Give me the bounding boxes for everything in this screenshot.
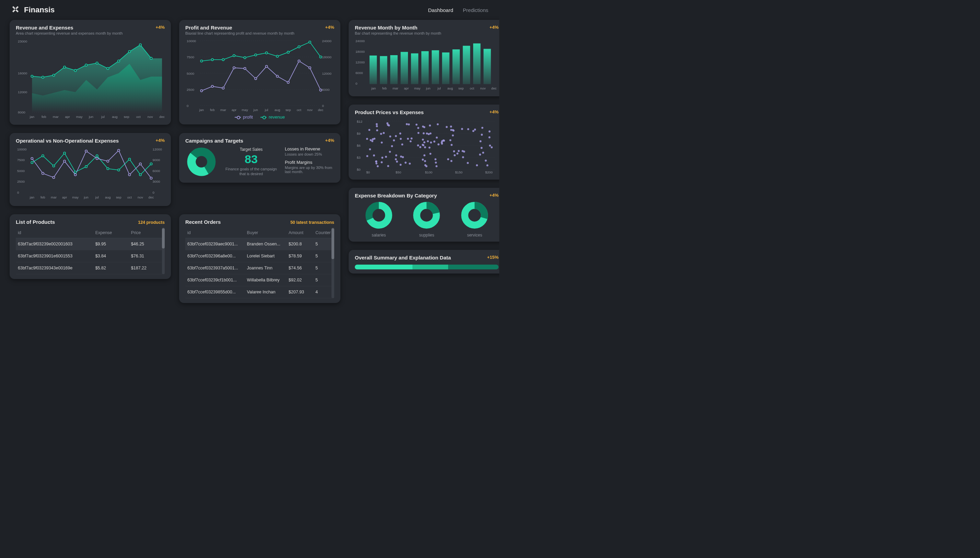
svg-text:nov: nov: [148, 115, 153, 118]
svg-text:sep: sep: [124, 115, 129, 118]
card-scatter: Product Prices vs Expenses +4% $12$9$6$3…: [349, 105, 499, 180]
svg-text:may: may: [242, 108, 248, 112]
nav-predictions[interactable]: Predictions: [463, 7, 488, 13]
table-row[interactable]: 63bf7ccef03239cf1b001...Willabella Bilbr…: [185, 274, 334, 286]
svg-point-18: [128, 50, 130, 53]
svg-text:may: may: [72, 195, 79, 199]
delta-badge: +15%: [487, 255, 499, 260]
svg-point-134: [450, 125, 452, 128]
svg-point-240: [428, 133, 430, 135]
svg-point-238: [481, 147, 483, 149]
svg-point-53: [255, 54, 257, 56]
table-row[interactable]: 63bf7ac9f03239343e00169e$5.82$187.22: [16, 262, 165, 274]
svg-point-285: [118, 149, 120, 151]
svg-point-189: [401, 143, 403, 145]
svg-point-242: [408, 123, 410, 125]
card-expense-breakdown: Expense Breakdown By Category +4% salari…: [349, 188, 499, 242]
svg-point-143: [452, 135, 454, 136]
svg-text:0: 0: [322, 104, 324, 108]
svg-point-228: [391, 145, 393, 147]
svg-point-221: [462, 156, 464, 158]
svg-text:nov: nov: [307, 108, 313, 112]
svg-text:8000: 8000: [18, 110, 25, 114]
card-summary: Overall Summary and Explanation Data +15…: [349, 250, 499, 274]
cell-amount: $207.93: [287, 286, 313, 298]
card-title: Campaigns and Targets: [185, 138, 243, 144]
cell-amount: $92.02: [287, 274, 313, 286]
nav-dashboard[interactable]: Dashboard: [428, 7, 453, 13]
svg-text:12000: 12000: [322, 72, 331, 75]
table-row[interactable]: 63bf7ccef03239aec9001...Branden Ossen...…: [185, 238, 334, 250]
svg-point-157: [453, 150, 455, 152]
svg-point-10: [42, 76, 44, 78]
svg-point-9: [31, 75, 33, 77]
svg-point-140: [381, 141, 383, 144]
cell-buyer: Valaree Inchan: [245, 286, 287, 298]
top-bar: Finansis Dashboard Predictions: [0, 0, 499, 18]
card-orders: Recent Orders 50 latest transactions id …: [179, 214, 340, 303]
svg-text:23000: 23000: [18, 39, 28, 43]
svg-point-205: [369, 148, 371, 151]
svg-text:sep: sep: [285, 108, 291, 112]
svg-text:$0: $0: [366, 170, 370, 174]
svg-point-133: [402, 156, 404, 158]
table-row[interactable]: 63bf7ac9f0323901e6001553$3.84$76.31: [16, 250, 165, 262]
svg-point-166: [485, 160, 487, 162]
table-row[interactable]: 63bf7ac9f03239e002001603$9.95$46.25: [16, 238, 165, 250]
svg-point-209: [380, 161, 382, 163]
svg-text:oct: oct: [136, 115, 141, 118]
svg-text:aug: aug: [112, 115, 117, 118]
svg-point-196: [427, 140, 429, 142]
svg-point-191: [395, 135, 397, 137]
svg-point-148: [410, 138, 412, 140]
svg-point-226: [450, 129, 452, 131]
table-row[interactable]: 63bf7ccef03239855d00...Valaree Inchan$20…: [185, 286, 334, 298]
cell-counter: 5: [313, 262, 334, 274]
area-chart: 2300016000120008000 janfebmaraprmayjunju…: [16, 37, 165, 118]
svg-text:mar: mar: [53, 115, 59, 118]
svg-text:12000: 12000: [18, 90, 28, 94]
svg-point-225: [425, 165, 428, 167]
svg-text:nov: nov: [480, 86, 486, 90]
svg-point-278: [42, 172, 44, 174]
card-subtitle: Biaxial line chart representing profit a…: [185, 31, 295, 35]
scrollbar[interactable]: [331, 228, 334, 298]
svg-point-57: [298, 46, 300, 48]
svg-point-178: [381, 157, 383, 159]
svg-rect-95: [432, 50, 439, 84]
card-revenue-expenses: Revenue and Expenses Area chart represen…: [10, 20, 171, 125]
svg-point-168: [437, 123, 439, 125]
svg-point-207: [435, 161, 437, 164]
cell-id: 63bf7ac9f03239343e00169e: [16, 262, 93, 274]
svg-point-203: [376, 125, 378, 127]
scatter-chart: $12$9$6$3$0 $0$50$100$150$200: [355, 117, 499, 174]
scrollbar[interactable]: [162, 228, 165, 274]
svg-point-162: [399, 133, 402, 135]
cell-amount: $74.56: [287, 262, 313, 274]
svg-point-272: [107, 167, 109, 170]
svg-rect-96: [442, 53, 449, 84]
svg-point-208: [433, 141, 435, 143]
svg-point-54: [265, 52, 268, 54]
table-row[interactable]: 63bf7ccef032396a8e00...Lorelei Siebart$7…: [185, 250, 334, 262]
svg-point-17: [118, 60, 120, 62]
svg-text:16000: 16000: [18, 71, 28, 75]
card-subtitle: Bar chart representing the revenue month…: [355, 31, 441, 35]
svg-point-56: [287, 51, 289, 53]
svg-point-229: [406, 123, 408, 125]
svg-point-13: [74, 70, 76, 72]
svg-point-198: [423, 154, 425, 156]
svg-point-202: [375, 161, 377, 162]
table-row[interactable]: 63bf7ccef0323937a5001...Joannes Tinn$74.…: [185, 262, 334, 274]
svg-text:18000: 18000: [356, 50, 365, 54]
svg-point-19: [139, 44, 142, 46]
cell-counter: 5: [313, 250, 334, 262]
col-id: id: [185, 228, 245, 238]
svg-point-275: [139, 174, 142, 176]
cell-id: 63bf7ccef032396a8e00...: [185, 250, 245, 262]
svg-rect-91: [390, 55, 397, 84]
card-title: Overall Summary and Explanation Data: [355, 255, 451, 261]
svg-text:12000: 12000: [356, 60, 365, 64]
svg-point-180: [368, 129, 370, 131]
svg-text:6000: 6000: [356, 71, 363, 75]
